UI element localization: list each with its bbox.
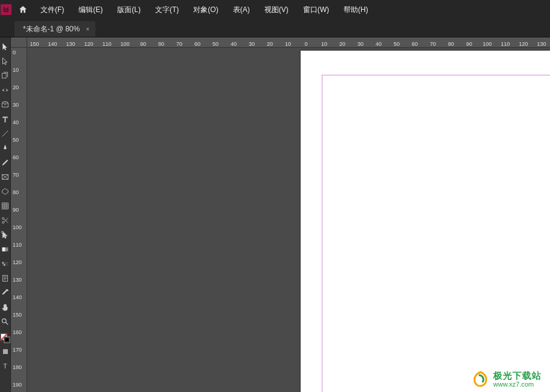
menu-view[interactable]: 视图(V) [257,0,296,19]
pencil-icon [1,159,9,166]
home-button[interactable] [13,0,33,19]
rectangle-frame-tool[interactable] [1,169,10,184]
ruler-v-tick: 170 [11,347,27,353]
gradient-feather-tool[interactable] [1,256,10,271]
ruler-v-tick: 160 [11,330,27,335]
direct-selection-tool[interactable] [1,54,10,68]
menu-edit[interactable]: 编辑(E) [71,0,110,19]
pencil-tool[interactable] [1,155,10,169]
ruler-v-tick: 130 [11,277,27,283]
ruler-h-tick: 20 [267,41,273,47]
ruler-origin[interactable] [11,37,27,48]
grid-icon [1,202,9,210]
selection-tool[interactable] [1,39,10,54]
page-margin-guide [322,75,550,392]
ruler-v-tick: 40 [11,120,27,125]
tool-divider [1,329,10,332]
canvas-viewport[interactable] [27,48,550,392]
eyedropper-icon [1,289,9,297]
type-tool[interactable] [1,112,10,126]
ruler-h-tick: 120 [519,41,528,47]
canvas-area: 150 140 130 120 110 100 90 80 70 60 50 4… [11,37,550,392]
fill-stroke-control[interactable] [1,334,10,344]
ruler-h-tick: 60 [194,41,200,47]
document-tab[interactable]: *未命名-1 @ 80% × [14,21,95,37]
home-icon [18,5,28,14]
ruler-v-tick: 90 [11,207,27,213]
svg-point-4 [2,217,4,219]
ruler-h-tick: 50 [394,41,400,47]
ruler-v-tick: 80 [11,190,27,195]
document-page[interactable] [301,51,550,392]
svg-rect-10 [2,262,4,264]
selection-icon [1,43,9,51]
ruler-h-tick: 110 [102,41,111,47]
svg-point-5 [2,221,4,223]
line-icon [1,130,9,138]
page-tool[interactable] [1,68,10,83]
scissors-tool[interactable] [1,213,10,227]
content-collector-tool[interactable] [1,97,10,112]
gap-tool[interactable] [1,83,10,97]
watermark-logo-icon [472,370,490,388]
ruler-h-tick: 40 [231,41,237,47]
tab-bar: *未命名-1 @ 80% × [0,19,550,37]
rectangle-icon [1,188,9,195]
ruler-h-tick: 10 [285,41,291,47]
eyedropper-tool[interactable] [1,285,10,300]
ruler-h-tick: 80 [158,41,164,47]
watermark-url: www.xz7.com [493,381,542,388]
menu-file[interactable]: 文件(F) [33,0,71,19]
ruler-v-tick: 150 [11,312,27,318]
format-container-tool[interactable] [1,344,10,359]
hand-tool[interactable] [1,300,10,314]
ruler-v-tick: 10 [11,68,27,73]
menu-object[interactable]: 对象(O) [186,0,225,19]
menu-table[interactable]: 表(A) [226,0,257,19]
ruler-h-tick: 130 [537,41,546,47]
svg-rect-6 [2,231,3,232]
menu-window[interactable]: 窗口(W) [296,0,336,19]
svg-point-13 [2,318,7,323]
gradient-feather-icon [1,260,9,268]
menu-layout[interactable]: 版面(L) [110,0,148,19]
vertical-ruler[interactable]: 0 10 20 30 40 50 60 70 80 90 100 110 120… [11,48,27,392]
ruler-v-tick: 110 [11,242,27,248]
ruler-h-tick: 70 [430,41,436,47]
ruler-h-tick: 70 [176,41,182,47]
apply-color-icon [3,349,8,354]
ruler-v-tick: 20 [11,85,27,90]
menu-help[interactable]: 帮助(H) [336,0,376,19]
ruler-h-tick: 100 [482,41,491,47]
app-logo: Id [1,4,11,15]
stroke-swatch[interactable] [4,337,10,343]
ruler-h-tick: 20 [339,41,345,47]
ruler-h-tick: 110 [500,41,510,47]
format-text-tool[interactable]: T [1,359,10,373]
svg-rect-0 [2,73,7,78]
ruler-h-tick: 10 [321,41,327,47]
note-tool[interactable] [1,271,10,285]
svg-rect-1 [2,103,8,107]
line-tool[interactable] [1,126,10,141]
ruler-h-tick: 100 [120,41,129,47]
rectangle-tool[interactable] [1,184,10,198]
direct-selection-icon [1,57,9,65]
tab-close-icon[interactable]: × [86,26,89,33]
tab-label: *未命名-1 @ 80% [23,24,80,34]
gradient-swatch-tool[interactable] [1,242,10,256]
pen-tool[interactable] [1,141,10,155]
svg-rect-8 [2,247,5,251]
gap-icon [1,86,9,94]
pen-icon [1,144,9,152]
polygon-tool[interactable] [1,198,10,213]
horizontal-ruler[interactable]: 150 140 130 120 110 100 90 80 70 60 50 4… [27,37,550,48]
ruler-h-tick: 150 [30,41,39,47]
zoom-tool[interactable] [1,314,10,329]
ruler-v-tick: 0 [11,50,27,55]
watermark-title: 极光下载站 [493,371,542,381]
menu-type[interactable]: 文字(T) [148,0,186,19]
rectangle-frame-icon [1,173,9,181]
free-transform-tool[interactable] [1,227,10,242]
gradient-swatch-icon [1,245,9,253]
